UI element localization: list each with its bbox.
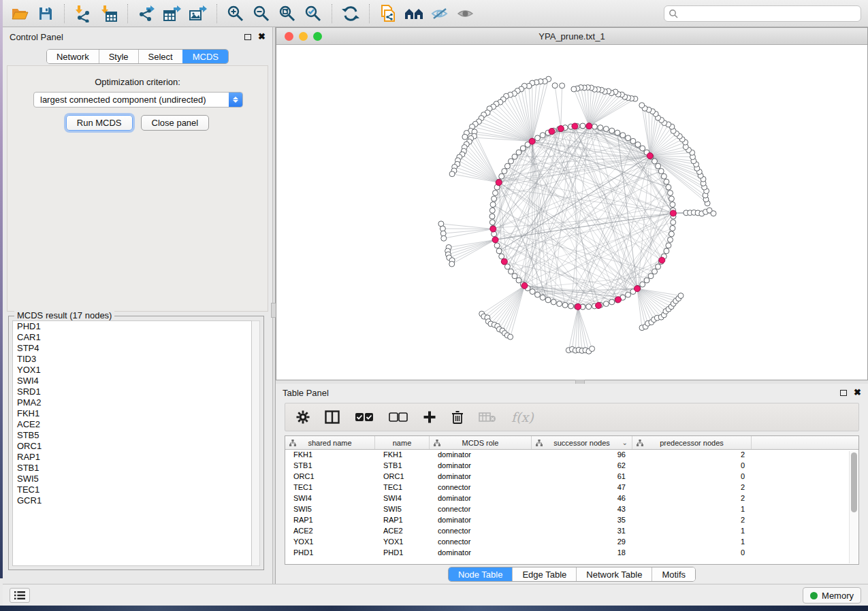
cell-name[interactable]: YOX1 <box>375 537 430 548</box>
search-box[interactable] <box>664 5 861 22</box>
cell-MCDS-role[interactable]: dominator <box>430 450 532 461</box>
search-input[interactable] <box>678 9 856 18</box>
mcds-result-item[interactable]: PHD1 <box>13 321 251 332</box>
cell-successor-nodes[interactable]: 31 <box>532 526 632 537</box>
cell-shared-name[interactable]: STB1 <box>285 461 375 472</box>
cell-MCDS-role[interactable]: dominator <box>430 461 532 472</box>
cell-MCDS-role[interactable]: dominator <box>430 548 532 559</box>
mcds-result-item[interactable]: SRD1 <box>13 386 251 397</box>
mcds-result-item[interactable]: YOX1 <box>13 365 251 376</box>
table-row[interactable]: SWI4SWI4dominator462 <box>285 493 858 504</box>
network-canvas[interactable] <box>276 45 867 380</box>
mcds-result-item[interactable]: TEC1 <box>13 484 251 495</box>
cell-predecessor-nodes[interactable]: 1 <box>632 537 752 548</box>
table-row[interactable]: SWI5SWI5connector431 <box>285 504 858 515</box>
cell-predecessor-nodes[interactable]: 1 <box>632 504 752 515</box>
mcds-result-item[interactable]: STB5 <box>13 430 251 441</box>
deselect-all-button[interactable] <box>389 412 408 422</box>
mcds-result-item[interactable]: STB1 <box>13 463 251 474</box>
table-options-button[interactable] <box>296 410 310 424</box>
mcds-result-item[interactable]: CAR1 <box>13 332 251 343</box>
column-header-predecessor-nodes[interactable]: predecessor nodes <box>632 436 752 449</box>
cell-MCDS-role[interactable]: connector <box>430 482 532 493</box>
tab-network[interactable]: Network <box>47 50 99 63</box>
function-builder-button[interactable]: f(x) <box>511 410 534 425</box>
cell-predecessor-nodes[interactable]: 2 <box>632 515 752 526</box>
zoom-in-button[interactable] <box>223 2 248 25</box>
scrollbar-thumb[interactable] <box>851 452 857 512</box>
mcds-result-item[interactable]: ACE2 <box>13 419 251 430</box>
zoom-out-button[interactable] <box>248 2 274 25</box>
cell-predecessor-nodes[interactable]: 2 <box>632 493 752 504</box>
close-panel-button[interactable]: Close panel <box>141 115 210 131</box>
column-header-successor-nodes[interactable]: successor nodes⌄ <box>532 436 632 449</box>
table-row[interactable]: YOX1YOX1connector291 <box>285 537 858 548</box>
cell-name[interactable]: RAP1 <box>375 515 430 526</box>
cell-name[interactable]: SWI5 <box>375 504 430 515</box>
tab-select[interactable]: Select <box>138 50 182 63</box>
cell-name[interactable]: SWI4 <box>375 493 430 504</box>
float-panel-icon[interactable] <box>244 34 251 40</box>
run-mcds-button[interactable]: Run MCDS <box>66 115 133 131</box>
mcds-result-list[interactable]: PHD1CAR1STP4TID3YOX1SWI4SRD1PMA2FKH1ACE2… <box>12 320 252 566</box>
select-all-button[interactable] <box>355 412 374 422</box>
cell-predecessor-nodes[interactable]: 0 <box>632 548 752 559</box>
mcds-result-item[interactable]: TID3 <box>13 354 251 365</box>
add-column-button[interactable] <box>423 410 436 424</box>
cell-MCDS-role[interactable]: connector <box>430 526 532 537</box>
tab-network-table[interactable]: Network Table <box>576 567 652 581</box>
show-column-button[interactable] <box>325 410 340 424</box>
cell-shared-name[interactable]: YOX1 <box>285 537 375 548</box>
import-table-button[interactable] <box>96 2 122 25</box>
cell-predecessor-nodes[interactable]: 0 <box>632 472 752 482</box>
cell-name[interactable]: STB1 <box>375 461 430 472</box>
zoom-selected-button[interactable] <box>300 2 326 25</box>
minimize-window-icon[interactable] <box>299 32 308 41</box>
cell-MCDS-role[interactable]: connector <box>430 504 532 515</box>
tab-motifs[interactable]: Motifs <box>652 567 695 581</box>
delete-table-button[interactable] <box>479 412 496 423</box>
mcds-result-item[interactable]: GCR1 <box>13 495 251 506</box>
column-header-shared-name[interactable]: shared name <box>285 436 375 449</box>
table-row[interactable]: STB1STB1dominator620 <box>285 461 858 472</box>
table-row[interactable]: ORC1ORC1dominator610 <box>285 472 858 482</box>
cell-successor-nodes[interactable]: 47 <box>532 482 632 493</box>
import-network-button[interactable] <box>70 2 96 25</box>
cell-name[interactable]: PHD1 <box>375 548 430 559</box>
table-row[interactable]: PHD1PHD1dominator180 <box>285 548 858 559</box>
optimization-criterion-select[interactable]: largest connected component (undirected) <box>33 92 243 108</box>
cell-MCDS-role[interactable]: connector <box>430 537 532 548</box>
tab-mcds[interactable]: MCDS <box>182 50 228 63</box>
cell-MCDS-role[interactable]: dominator <box>430 472 532 482</box>
cell-shared-name[interactable]: ORC1 <box>285 472 375 482</box>
cell-shared-name[interactable]: PHD1 <box>285 548 375 559</box>
export-network-button[interactable] <box>133 2 159 25</box>
cell-predecessor-nodes[interactable]: 1 <box>632 526 752 537</box>
cell-successor-nodes[interactable]: 62 <box>532 461 632 472</box>
mcds-result-item[interactable]: SWI5 <box>13 474 251 484</box>
close-window-icon[interactable] <box>285 32 293 41</box>
cell-successor-nodes[interactable]: 35 <box>532 515 632 526</box>
close-panel-icon[interactable]: ✖ <box>854 389 861 396</box>
cell-predecessor-nodes[interactable]: 2 <box>632 450 752 461</box>
mcds-list-scrollbar[interactable] <box>252 320 260 566</box>
zoom-fit-button[interactable] <box>274 2 300 25</box>
memory-button[interactable]: Memory <box>803 587 861 604</box>
cell-successor-nodes[interactable]: 46 <box>532 493 632 504</box>
mcds-result-item[interactable]: ORC1 <box>13 441 251 452</box>
close-panel-icon[interactable]: ✖ <box>258 33 266 40</box>
cell-MCDS-role[interactable]: dominator <box>430 493 532 504</box>
cell-shared-name[interactable]: SWI4 <box>285 493 375 504</box>
hide-selected-button[interactable] <box>427 2 453 25</box>
cell-name[interactable]: TEC1 <box>375 482 430 493</box>
cell-shared-name[interactable]: RAP1 <box>285 515 375 526</box>
cell-name[interactable]: FKH1 <box>375 450 430 461</box>
cell-shared-name[interactable]: ACE2 <box>285 526 375 537</box>
mcds-result-item[interactable]: RAP1 <box>13 452 251 463</box>
duplicate-network-button[interactable] <box>375 2 401 25</box>
cell-successor-nodes[interactable]: 43 <box>532 504 632 515</box>
column-header-MCDS-role[interactable]: MCDS role <box>430 436 532 449</box>
cell-shared-name[interactable]: FKH1 <box>285 450 375 461</box>
mcds-result-item[interactable]: FKH1 <box>13 408 251 419</box>
open-session-button[interactable] <box>7 2 33 25</box>
